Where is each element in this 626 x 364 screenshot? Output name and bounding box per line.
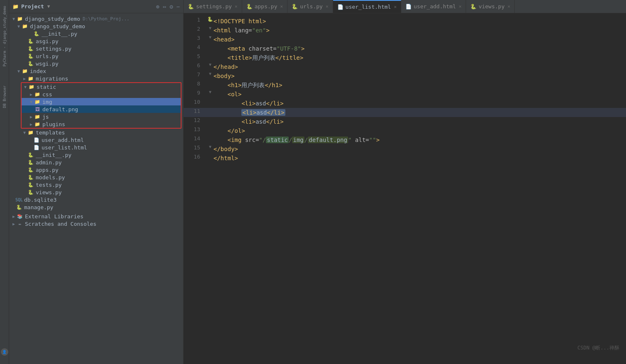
py-icon-wsgi: 🐍 — [27, 60, 34, 67]
line-content-15: </body> — [214, 144, 623, 154]
code-line-6: 6 ▼ </head> — [184, 62, 626, 71]
tree-arrow-index: ▼ — [16, 69, 22, 73]
tree-file-models[interactable]: 🐍 models.py — [9, 173, 183, 181]
line-content-16: </html> — [214, 154, 623, 163]
code-line-16: 16 </html> — [184, 154, 626, 163]
fold-arrow-3[interactable]: ▼ — [209, 35, 211, 39]
tab-settings-py[interactable]: 🐍 settings.py ✕ — [184, 0, 242, 13]
code-line-12: 12 <li>asd</li> — [184, 117, 626, 126]
tree-file-user-list-html[interactable]: 📄 user_list.html — [9, 144, 183, 151]
tree-file-default-png[interactable]: 🖼 default.png — [22, 105, 181, 113]
tree-folder-plugins[interactable]: ▶ 📁 plugins — [22, 120, 181, 128]
collapse-icon[interactable]: ⇔ — [163, 3, 166, 10]
tab-user-add-html[interactable]: 📄 user_add.html ✕ — [401, 0, 466, 13]
tab-close-user-add[interactable]: ✕ — [459, 4, 462, 9]
folder-icon-migrations: 📁 — [27, 75, 34, 82]
tree-label-js: js — [42, 114, 49, 120]
tree-external-libraries[interactable]: ▶ 📚 External Libraries — [9, 213, 183, 220]
tree-arrow-plugins: ▶ — [28, 122, 34, 127]
left-sidebar: PyCharm - django_study_demo DB Browser 👤 — [0, 0, 9, 364]
tab-user-list-html[interactable]: 📄 user_list.html ✕ — [333, 0, 401, 13]
tree-folder-django_study_demo[interactable]: ▼ 📁 django_study_demo — [9, 22, 183, 30]
tree-folder-css[interactable]: ▶ 📁 css — [22, 90, 181, 98]
tree-scratches-consoles[interactable]: ▶ ✏️ Scratches and Consoles — [9, 220, 183, 227]
tree-folder-js[interactable]: ▶ 📁 js — [22, 113, 181, 120]
tab-close-urls[interactable]: ✕ — [326, 4, 329, 9]
tree-file-asgi[interactable]: 🐍 asgi.py — [9, 37, 183, 45]
tree-file-urls-py[interactable]: 🐍 urls.py — [9, 52, 183, 60]
fold-arrow-7[interactable]: ▼ — [209, 71, 211, 76]
tabs-bar: 🐍 settings.py ✕ 🐍 apps.py ✕ 🐍 urls.py ✕ … — [184, 0, 626, 13]
tab-urls-py[interactable]: 🐍 urls.py ✕ — [287, 0, 333, 13]
html-icon-user-add: 📄 — [33, 137, 40, 143]
line-num-14: 14 — [187, 135, 200, 142]
code-line-10: 10 <li>asd</li> — [184, 99, 626, 108]
tree-file-apps[interactable]: 🐍 apps.py — [9, 166, 183, 173]
tree-label-views: views.py — [36, 189, 62, 195]
tab-views-py[interactable]: 🐍 views.py ✕ — [466, 0, 515, 13]
tab-close-views[interactable]: ✕ — [508, 4, 511, 9]
code-line-2: 2 ▼ <html lang="en"> — [184, 26, 626, 35]
py-icon-apps: 🐍 — [27, 166, 34, 173]
code-line-1: 1 🐍 <!DOCTYPE html> — [184, 17, 626, 26]
tree-file-settings-py[interactable]: 🐍 settings.py — [9, 45, 183, 52]
py-icon-tests: 🐍 — [27, 181, 34, 188]
tree-folder-img[interactable]: ▼ 📁 img — [22, 98, 181, 105]
tree-file-views[interactable]: 🐍 views.py — [9, 188, 183, 196]
gutter-9: ▼ — [207, 90, 214, 94]
py-icon-manage: 🐍 — [16, 204, 22, 210]
tree-label-asgi: asgi.py — [36, 38, 59, 44]
fold-arrow-9[interactable]: ▼ — [209, 90, 211, 94]
code-line-5: 5 <title>用户列表</title> — [184, 53, 626, 62]
tree-file-admin[interactable]: 🐍 admin.py — [9, 159, 183, 166]
tree-label-img: img — [42, 99, 52, 105]
line-num-6: 6 — [187, 62, 200, 68]
tree-root-project[interactable]: ▼ 📁 django_study_demo D:\Python_Proj... — [9, 15, 183, 22]
db-browser-tab-vertical[interactable]: DB Browser — [2, 82, 7, 111]
folder-icon-index: 📁 — [22, 68, 28, 74]
tree-file-user-add-html[interactable]: 📄 user_add.html — [9, 136, 183, 144]
tree-folder-index[interactable]: ▼ 📁 index — [9, 67, 183, 75]
fold-arrow-15[interactable]: ▼ — [209, 144, 211, 149]
tree-label-user-list-html: user_list.html — [42, 144, 87, 151]
tab-apps-py[interactable]: 🐍 apps.py ✕ — [242, 0, 287, 13]
py-icon-urls: 🐍 — [27, 53, 34, 59]
fold-arrow-6[interactable]: ▼ — [209, 62, 211, 67]
tree-file-db-sqlite3[interactable]: SQL db.sqlite3 — [9, 196, 183, 203]
tab-close-apps[interactable]: ✕ — [280, 4, 283, 9]
line-content-7: <body> — [214, 71, 623, 81]
tree-arrow-migrations: ▶ — [22, 76, 27, 81]
tree-arrow-scratches: ▶ — [11, 222, 17, 226]
line-num-15: 15 — [187, 144, 200, 151]
tree-folder-static[interactable]: ▼ 📁 static — [22, 83, 181, 90]
tree-label-manage-py: manage.py — [24, 204, 53, 210]
code-editor[interactable]: 1 🐍 <!DOCTYPE html> 2 ▼ <html lang="en">… — [184, 13, 626, 364]
line-content-1: <!DOCTYPE html> — [214, 17, 623, 26]
code-line-3: 3 ▼ <head> — [184, 35, 626, 44]
folder-icon-img: 📁 — [34, 98, 41, 105]
tree-file-init-index[interactable]: 🐍 __init__.py — [9, 151, 183, 159]
add-icon[interactable]: ⊕ — [156, 3, 159, 10]
tree-file-tests[interactable]: 🐍 tests.py — [9, 181, 183, 188]
line-content-11: <li>asd</li> — [214, 108, 623, 117]
fold-arrow-2[interactable]: ▼ — [209, 26, 211, 30]
tree-file-init-1[interactable]: 🐍 __init__.py — [9, 30, 183, 37]
tree-file-wsgi[interactable]: 🐍 wsgi.py — [9, 60, 183, 67]
tab-close-user-list[interactable]: ✕ — [394, 4, 397, 10]
gutter-6: ▼ — [207, 62, 214, 67]
line-num-5: 5 — [187, 53, 200, 59]
py-icon-models: 🐍 — [27, 174, 34, 181]
folder-icon-django_study_demo: 📁 — [22, 23, 28, 29]
tab-label-settings: settings.py — [196, 3, 232, 10]
line-content-8: <h1>用户列表</h1> — [214, 81, 623, 90]
user-avatar[interactable]: 👤 — [1, 348, 8, 356]
tab-close-settings[interactable]: ✕ — [235, 4, 238, 9]
tree-folder-migrations[interactable]: ▶ 📁 migrations — [9, 75, 183, 82]
tree-file-manage-py[interactable]: 🐍 manage.py — [9, 203, 183, 211]
tree-folder-templates[interactable]: ▼ 📁 templates — [9, 129, 183, 136]
py-icon-asgi: 🐍 — [27, 38, 34, 44]
settings-icon[interactable]: ⚙ — [169, 3, 173, 10]
minimize-icon[interactable]: − — [177, 3, 180, 10]
folder-icon-css: 📁 — [34, 91, 41, 98]
project-tab-vertical[interactable]: PyCharm - django_study_demo — [2, 2, 7, 70]
